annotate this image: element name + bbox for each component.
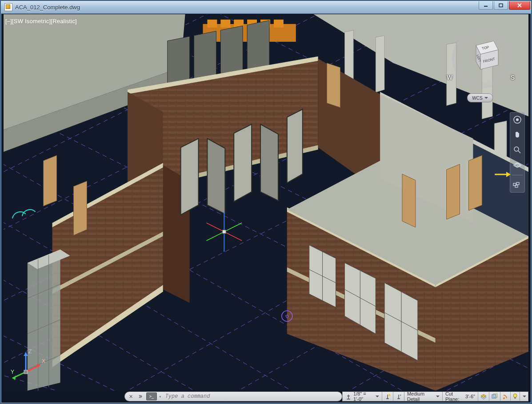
svg-rect-122 [24,370,28,374]
svg-text:Z: Z [28,348,32,355]
svg-marker-86 [468,155,482,210]
svg-point-138 [503,397,505,399]
svg-marker-121 [24,352,28,356]
scale-panel[interactable]: 1/8" = 1'-0" [342,392,382,401]
cut-plane-label: Cut Plane: [445,391,464,402]
navigation-bar [510,112,525,193]
svg-rect-34 [207,20,217,28]
cut-plane-value: 3'-6" [465,394,475,399]
svg-marker-85 [447,164,460,219]
svg-rect-102 [222,230,226,234]
nav-full-wheel-icon[interactable] [512,114,523,125]
close-button[interactable] [509,1,530,10]
svg-point-108 [514,147,519,151]
annotation-visibility-icon [395,393,402,400]
svg-marker-82 [260,124,278,201]
nav-showmotion-icon[interactable] [512,180,523,190]
annotation-auto-icon [384,393,391,400]
window-title: ACA_012_Complete.dwg [15,4,80,11]
svg-marker-134 [481,394,486,398]
svg-marker-88 [44,155,57,206]
viewcube[interactable]: TOP LEFT FRONT [468,37,503,72]
svg-marker-79 [181,138,199,215]
viewcube-container: W S TOP LEFT FRONT WCS [444,20,520,96]
command-close-icon[interactable]: ✕ [127,393,135,400]
svg-marker-89 [73,181,87,235]
command-options-icon[interactable] [136,393,144,400]
nav-arrow-icon[interactable] [494,170,512,179]
compass-south[interactable]: S [511,74,515,81]
tray-surface-icon[interactable] [489,392,500,401]
svg-marker-87 [327,63,340,108]
nav-pan-icon[interactable] [512,129,523,140]
svg-text:X: X [42,358,45,364]
svg-rect-136 [492,395,496,398]
svg-marker-42 [376,36,384,93]
nav-orbit-icon[interactable] [512,160,523,170]
tray-rss-icon[interactable] [500,392,511,401]
annotation-toggle-2[interactable] [393,392,404,401]
svg-point-139 [513,394,517,397]
svg-marker-49 [247,20,269,72]
svg-rect-113 [516,182,519,185]
svg-point-131 [388,394,390,396]
status-bar: ✕ >_ ▾ 1/8" = 1'-0" [4,392,528,401]
command-input[interactable] [164,393,340,400]
detail-level-value: Medium Detail [407,391,433,402]
wcs-dropdown[interactable]: WCS [467,93,493,102]
svg-marker-84 [402,174,416,227]
svg-marker-46 [168,36,190,85]
title-bar: ACA_012_Complete.dwg [1,1,531,14]
svg-line-109 [518,151,520,153]
cut-plane-panel[interactable]: Cut Plane: 3'-6" [443,392,478,401]
viewport-label-text[interactable]: [–][SW Isometric][Realistic] [5,18,77,24]
drawing-viewport[interactable]: D [–][SW Isometric][Realistic] W S [4,14,528,391]
compass-west[interactable]: W [447,74,452,81]
svg-marker-81 [234,124,252,202]
svg-marker-115 [506,172,511,177]
svg-rect-1 [499,4,503,7]
maximize-button[interactable] [494,1,508,10]
svg-marker-48 [220,26,243,77]
svg-rect-140 [514,397,516,399]
tray-bulb-icon[interactable] [511,392,520,401]
scale-value: 1/8" = 1'-0" [353,391,373,402]
app-icon [4,3,12,11]
command-prompt-icon[interactable]: >_ [146,392,157,400]
tray-expand-icon[interactable] [520,392,528,401]
minimize-button[interactable] [479,1,493,10]
svg-marker-47 [194,31,216,81]
command-line: ✕ >_ ▾ [124,392,342,401]
ucs-icon[interactable]: X Y Z [9,346,49,386]
svg-text:Y: Y [11,369,14,375]
viewport-controls[interactable]: [–][SW Isometric][Realistic] [5,18,77,24]
nav-zoom-icon[interactable] [512,145,523,155]
svg-rect-35 [220,20,230,28]
detail-level-panel[interactable]: Medium Detail [404,392,443,401]
svg-marker-80 [207,138,225,214]
svg-point-107 [516,118,519,121]
tray-layer-icon[interactable] [478,392,489,401]
scale-icon [345,393,352,400]
annotation-toggle-1[interactable] [382,392,393,401]
svg-marker-83 [287,109,303,183]
svg-rect-39 [274,20,284,28]
